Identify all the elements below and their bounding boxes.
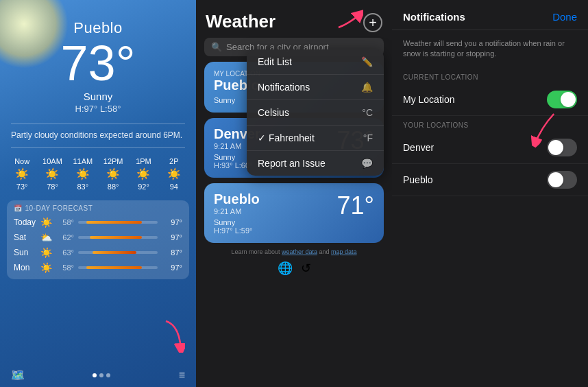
forecast-bar-sun	[78, 251, 158, 254]
footer-text: Learn more about weather data and map da…	[196, 248, 392, 255]
notifications-title: Notifications	[403, 11, 465, 23]
toggle-knob-pueblo	[548, 172, 563, 187]
hour-12pm: 12PM	[98, 157, 128, 165]
denver-label: Denver	[403, 142, 434, 153]
forecast-day-today: Today	[14, 218, 38, 227]
pueblo-label: Pueblo	[403, 174, 433, 185]
hour-icon-6: ☀️	[159, 167, 189, 180]
fahrenheit-icon: °F	[363, 132, 373, 143]
your-locations-section-header: YOUR LOCATIONS	[392, 116, 588, 132]
bottom-toolbar: 🗺️ ≡	[0, 368, 196, 382]
card-hilo-pueblo: H:97° L:59°	[214, 226, 374, 235]
dot-3	[106, 373, 110, 377]
celsius-label: Celsius	[258, 107, 289, 118]
ten-day-forecast: 📅 10-DAY FORECAST Today ☀️ 58° 97° Sat ⛅…	[7, 200, 189, 279]
hour-temp-3: 83°	[68, 183, 98, 191]
forecast-low-sat: 62°	[53, 233, 74, 242]
forecast-icon-sat: ⛅	[38, 232, 53, 243]
edit-icon: ✏️	[361, 56, 373, 67]
card-temp-pueblo: 71°	[337, 191, 374, 220]
dropdown-item-fahrenheit[interactable]: ✓ Fahrenheit °F	[247, 126, 384, 151]
hour-temp-6: 94	[159, 183, 189, 191]
search-icon: 🔍	[211, 42, 222, 52]
high-low: H:97° L:58°	[0, 104, 196, 114]
arrow-to-panel2	[160, 318, 185, 355]
hour-icon-1: ☀️	[7, 167, 37, 180]
hourly-temps: 73° 78° 83° 88° 92° 94	[7, 183, 189, 191]
dropdown-item-report-issue[interactable]: Report an Issue 💬	[247, 151, 384, 176]
panel-weather-current: Pueblo 73° Sunny H:97° L:58° Partly clou…	[0, 0, 196, 387]
my-location-toggle[interactable]	[547, 91, 577, 108]
context-menu-dropdown: Edit List ✏️ Notifications 🔔 Celsius °C …	[247, 49, 384, 176]
hour-icon-5: ☀️	[128, 167, 158, 180]
footer-icons: 🌐 ↺	[196, 261, 392, 276]
forecast-high-mon: 97°	[162, 263, 182, 272]
hour-icon-4: ☀️	[98, 167, 128, 180]
hour-temp-4: 88°	[98, 183, 128, 191]
hourly-forecast: Now 10AM 11AM 12PM 1PM 2P ☀️ ☀️ ☀️ ☀️ ☀️…	[0, 153, 196, 196]
hour-icon-3: ☀️	[68, 167, 98, 180]
dot-active	[93, 373, 97, 377]
panel-notifications-settings: Notifications Done Weather will send you…	[392, 0, 588, 387]
map-icon[interactable]: 🗺️	[11, 368, 25, 382]
forecast-bar-sat	[78, 236, 158, 239]
current-location-section-header: CURRENT LOCATION	[392, 68, 588, 84]
map-data-link[interactable]: map data	[331, 248, 357, 255]
forecast-row-mon: Mon ☀️ 58° 97°	[14, 260, 182, 275]
hour-now: Now	[7, 157, 37, 165]
notifications-description: Weather will send you a notification whe…	[392, 30, 588, 68]
current-condition: Sunny	[0, 91, 196, 102]
forecast-high-sun: 87°	[162, 248, 182, 257]
forecast-bar-today	[78, 221, 158, 224]
forecast-bar-mon	[78, 266, 158, 269]
hour-temp-1: 73°	[7, 183, 37, 191]
hour-2p: 2P	[159, 157, 189, 165]
forecast-row-sat: Sat ⛅ 62° 97°	[14, 230, 182, 245]
pueblo-toggle-row: Pueblo	[392, 164, 588, 196]
hourly-times: Now 10AM 11AM 12PM 1PM 2P	[7, 157, 189, 165]
hourly-icons: ☀️ ☀️ ☀️ ☀️ ☀️ ☀️	[7, 167, 189, 180]
weather-data-link[interactable]: weather data	[282, 248, 317, 255]
forecast-high-today: 97°	[162, 218, 182, 226]
fahrenheit-label: ✓ Fahrenheit	[258, 132, 315, 143]
denver-toggle[interactable]	[547, 139, 577, 156]
denver-toggle-row: Denver	[392, 132, 588, 164]
forecast-icon-today: ☀️	[38, 217, 53, 228]
page-dots	[93, 373, 110, 377]
dropdown-item-edit-list[interactable]: Edit List ✏️	[247, 49, 384, 75]
forecast-row-today: Today ☀️ 58° 97°	[14, 215, 182, 230]
list-icon[interactable]: ≡	[179, 369, 185, 382]
forecast-day-mon: Mon	[14, 263, 38, 272]
forecast-icon-mon: ☀️	[38, 262, 53, 273]
hour-temp-2: 78°	[37, 183, 67, 191]
dropdown-item-celsius[interactable]: Celsius °C	[247, 100, 384, 126]
bell-icon: 🔔	[361, 82, 373, 93]
toggle-knob-myloc	[561, 92, 576, 107]
hour-1pm: 1PM	[128, 157, 158, 165]
forecast-high-sat: 97°	[162, 233, 182, 242]
arrow-to-plus	[336, 10, 363, 33]
calendar-icon: 📅	[14, 204, 23, 212]
forecast-low-sun: 63°	[53, 248, 74, 257]
done-button[interactable]: Done	[552, 11, 577, 23]
my-location-toggle-row: My Location	[392, 84, 588, 116]
pueblo-toggle[interactable]	[547, 171, 577, 189]
my-location-label: My Location	[403, 94, 454, 105]
forecast-low-today: 58°	[53, 218, 74, 226]
forecast-day-sun: Sun	[14, 248, 38, 257]
celsius-icon: °C	[362, 107, 373, 118]
weather-channel-icon: 🌐	[278, 261, 293, 276]
forecast-icon-sun: ☀️	[38, 247, 53, 258]
hour-icon-2: ☀️	[37, 167, 67, 180]
add-city-button[interactable]: +	[363, 13, 382, 32]
report-icon: 💬	[361, 158, 373, 169]
dropdown-item-notifications[interactable]: Notifications 🔔	[247, 75, 384, 100]
toggle-knob-denver	[548, 140, 563, 155]
forecast-low-mon: 58°	[53, 263, 74, 272]
weather-list-title: Weather	[206, 11, 275, 32]
weather-card-pueblo[interactable]: Pueblo 9:21 AM Sunny H:97° L:59° 71°	[204, 183, 384, 243]
weather-description: Partly cloudy conditions expected around…	[11, 124, 185, 148]
dot-2	[99, 373, 103, 377]
forecast-header: 📅 10-DAY FORECAST	[14, 204, 182, 212]
report-issue-label: Report an Issue	[258, 158, 326, 169]
